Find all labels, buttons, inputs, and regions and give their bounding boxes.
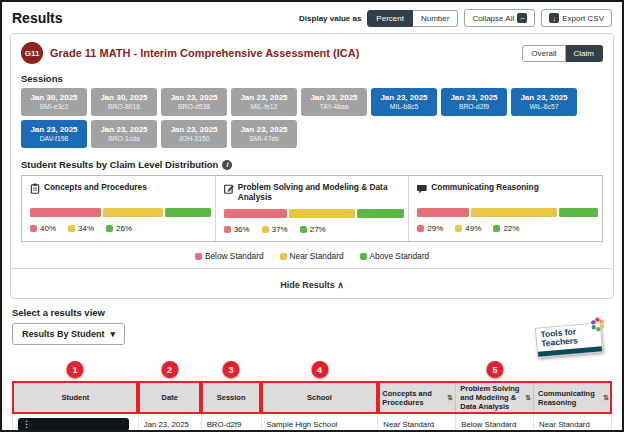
session-tile[interactable]: Jan 30, 2025 BRO-8016 <box>91 88 157 116</box>
session-date: Jan 23, 2025 <box>30 125 77 135</box>
assessment-title: Grade 11 MATH - Interim Comprehensive As… <box>50 47 359 59</box>
callout-4: 4 <box>311 361 328 378</box>
assessment-header-row: G11 Grade 11 MATH - Interim Comprehensiv… <box>21 42 603 64</box>
display-value-label: Display value as <box>299 14 361 23</box>
below-pct: 29% <box>417 224 443 233</box>
session-tile[interactable]: Jan 23, 2025 MIL-b8c5 <box>371 88 437 116</box>
session-code: MIL-b8c5 <box>390 103 418 111</box>
session-date: Jan 23, 2025 <box>170 93 217 103</box>
bar-segment-near <box>471 208 558 217</box>
session-tile[interactable]: Jan 23, 2025 MIL-fe12 <box>231 88 297 116</box>
session-tile[interactable]: Jan 23, 2025 JOH-3150 <box>161 120 227 148</box>
claim-stacked-bar <box>30 208 207 217</box>
session-code: BRO-d2f9 <box>459 103 489 111</box>
col-header-concepts[interactable]: Concepts and Procedures ⇅ <box>378 382 456 414</box>
near-swatch <box>280 253 287 260</box>
clipboard-icon <box>30 183 40 194</box>
bar-segment-below <box>224 209 288 218</box>
session-date: Jan 30, 2025 <box>30 93 77 103</box>
session-date: Jan 23, 2025 <box>170 125 217 135</box>
claim-percentages: 36% 37% 27% <box>224 225 401 234</box>
session-tile[interactable]: Jan 23, 2025 TAY-4baa <box>301 88 367 116</box>
below-swatch <box>30 225 37 232</box>
claim-name: Communicating Reasoning <box>431 182 538 192</box>
results-table: Student Date Session School Concepts and… <box>12 381 612 432</box>
session-tile[interactable]: Jan 23, 2025 DAV-f198 <box>21 120 87 148</box>
claims-heading-row: Student Results by Claim Level Distribut… <box>21 159 603 170</box>
legend-near: Near Standard <box>280 251 344 261</box>
standards-legend: Below Standard Near Standard Above Stand… <box>21 251 603 261</box>
claim-name: Problem Solving and Modeling & Data Anal… <box>238 182 401 202</box>
session-date: Jan 23, 2025 <box>310 93 357 103</box>
claim-stacked-bar <box>417 208 594 217</box>
near-pct: 49% <box>455 224 481 233</box>
above-pct: 27% <box>300 225 326 234</box>
col-header-label: Communicating Reasoning <box>538 389 595 407</box>
col-header-communicating[interactable]: Communicating Reasoning ⇅ <box>534 382 612 414</box>
chevron-down-icon: ▾ <box>111 329 116 339</box>
above-pct: 26% <box>106 224 132 233</box>
session-tile[interactable]: Jan 23, 2025 BRO-d538 <box>161 88 227 116</box>
export-csv-label: Export CSV <box>562 14 604 23</box>
table-row: ⋮ Jan 23, 2025 BRO-d2f9 Sample High Scho… <box>13 414 612 432</box>
claim-name: Concepts and Procedures <box>44 182 147 192</box>
session-tiles: Jan 30, 2025 SMI-e3c2 Jan 30, 2025 BRO-8… <box>21 88 587 148</box>
sessions-heading: Sessions <box>21 73 603 84</box>
session-tile[interactable]: Jan 30, 2025 SMI-e3c2 <box>21 88 87 116</box>
collapse-all-label: Collapse All <box>472 14 514 23</box>
session-code: WIL-6c57 <box>529 103 558 111</box>
claim-button[interactable]: Claim <box>566 45 603 62</box>
info-icon[interactable]: i <box>222 160 232 170</box>
results-view-dropdown-label: Results By Student <box>22 329 105 339</box>
display-value-toggle: Percent Number <box>367 10 458 27</box>
pencil-square-icon <box>224 183 234 194</box>
speech-bubble-icon <box>417 183 427 194</box>
claim-column-communicating: Communicating Reasoning 29% 49% 22% <box>408 176 602 241</box>
bar-segment-above <box>559 208 598 217</box>
problem-solving-cell: Below Standard <box>456 414 534 432</box>
table-header-row: Student Date Session School Concepts and… <box>13 382 612 414</box>
number-button[interactable]: Number <box>413 10 458 27</box>
overall-claim-toggle: Overall Claim <box>522 45 603 62</box>
claim-distribution-box: Concepts and Procedures 40% 34% 26% Prob… <box>21 175 603 242</box>
col-header-school: School <box>261 382 378 414</box>
collapse-all-button[interactable]: Collapse All − <box>464 9 535 27</box>
session-tile[interactable]: Jan 23, 2025 BRO-1cda <box>91 120 157 148</box>
overall-button[interactable]: Overall <box>522 45 565 62</box>
percent-button[interactable]: Percent <box>367 10 413 27</box>
callout-2: 2 <box>161 361 178 378</box>
legend-below: Below Standard <box>195 251 264 261</box>
bar-segment-below <box>30 208 101 217</box>
session-date: Jan 23, 2025 <box>380 93 427 103</box>
session-code: DAV-f198 <box>40 135 69 143</box>
session-tile[interactable]: Jan 23, 2025 WIL-6c57 <box>511 88 577 116</box>
session-tile[interactable]: Jan 23, 2025 SMI-47eb <box>231 120 297 148</box>
col-header-date: Date <box>138 382 201 414</box>
kebab-menu-icon[interactable]: ⋮ <box>18 420 35 429</box>
export-csv-button[interactable]: ↓ Export CSV <box>541 9 612 27</box>
above-swatch <box>300 226 307 233</box>
sort-icon: ⇅ <box>447 394 453 402</box>
assessment-card: G11 Grade 11 MATH - Interim Comprehensiv… <box>10 33 614 299</box>
claim-column-concepts: Concepts and Procedures 40% 34% 26% <box>22 176 215 241</box>
session-code: BRO-8016 <box>108 103 140 111</box>
date-cell: Jan 23, 2025 <box>138 414 201 432</box>
toolbar: Results Display value as Percent Number … <box>2 2 622 31</box>
chevron-up-icon: ∧ <box>337 280 344 290</box>
col-header-label: Concepts and Procedures <box>382 389 432 407</box>
session-cell: BRO-d2f9 <box>201 414 261 432</box>
hide-results-link[interactable]: Hide Results ∧ <box>280 280 344 290</box>
session-tile[interactable]: Jan 23, 2025 BRO-d2f9 <box>441 88 507 116</box>
session-code: BRO-d538 <box>178 103 210 111</box>
session-code: SMI-47eb <box>249 135 278 143</box>
session-code: SMI-e3c2 <box>39 103 68 111</box>
school-cell: Sample High School <box>261 414 378 432</box>
claim-column-problem-solving: Problem Solving and Modeling & Data Anal… <box>215 176 409 241</box>
results-view-dropdown[interactable]: Results By Student ▾ <box>12 323 125 345</box>
session-code: JOH-3150 <box>179 135 210 143</box>
hide-results-label: Hide Results <box>280 280 335 290</box>
claim-percentages: 29% 49% 22% <box>417 224 594 233</box>
col-header-problem-solving[interactable]: Problem Solving and Modeling & Data Anal… <box>456 382 534 414</box>
callout-3: 3 <box>223 361 240 378</box>
concepts-cell: Near Standard <box>378 414 456 432</box>
